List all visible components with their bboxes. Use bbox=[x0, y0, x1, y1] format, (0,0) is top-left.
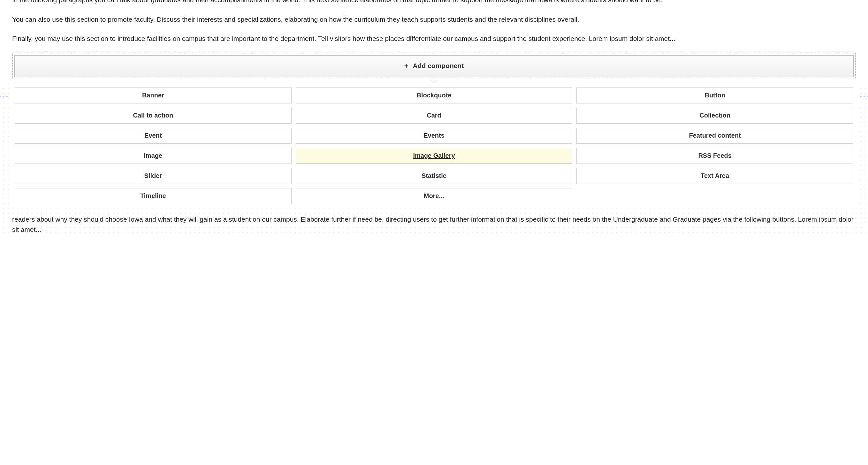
component-option-slider[interactable]: Slider bbox=[15, 168, 291, 184]
component-option-image-gallery[interactable]: Image Gallery bbox=[296, 148, 572, 164]
body-paragraph: readers about why they should choose Iow… bbox=[12, 214, 856, 235]
body-paragraph: You can also use this section to promote… bbox=[12, 14, 856, 25]
component-option-label: Button bbox=[705, 90, 725, 100]
component-option-label: More... bbox=[424, 191, 444, 201]
component-option-label: Events bbox=[424, 131, 444, 141]
component-option-call-to-action[interactable]: Call to action bbox=[15, 107, 291, 124]
component-option-text-area[interactable]: Text Area bbox=[577, 168, 853, 184]
component-option-blockquote[interactable]: Blockquote bbox=[296, 88, 572, 103]
component-option-label: Banner bbox=[142, 90, 164, 100]
body-paragraph: Finally, you may use this section to int… bbox=[12, 34, 856, 44]
body-paragraph: In the following paragraphs you can talk… bbox=[12, 0, 856, 5]
component-option-timeline[interactable]: Timeline bbox=[15, 188, 291, 204]
component-option-image[interactable]: Image bbox=[15, 148, 291, 164]
component-option-label: Featured content bbox=[689, 131, 741, 141]
component-option-card[interactable]: Card bbox=[296, 107, 572, 124]
component-option-rss-feeds[interactable]: RSS Feeds bbox=[577, 148, 853, 164]
component-option-label: Blockquote bbox=[417, 90, 452, 100]
add-component-label: Add component bbox=[413, 61, 464, 71]
component-option-events[interactable]: Events bbox=[296, 128, 572, 144]
component-option-featured-content[interactable]: Featured content bbox=[577, 128, 853, 144]
component-option-label: Slider bbox=[144, 171, 162, 181]
plus-icon: + bbox=[404, 61, 408, 71]
component-option-label: Call to action bbox=[133, 111, 174, 120]
add-component-button[interactable]: + Add component bbox=[14, 55, 854, 77]
component-option-label: Event bbox=[144, 131, 162, 141]
component-option-button[interactable]: Button bbox=[577, 88, 853, 103]
component-option-label: Statistic bbox=[422, 171, 446, 181]
component-picker-panel: BannerBlockquoteButtonCall to actionCard… bbox=[12, 85, 856, 209]
component-option-collection[interactable]: Collection bbox=[577, 107, 853, 124]
component-option-statistic[interactable]: Statistic bbox=[296, 168, 572, 184]
component-dropzone: + Add component bbox=[12, 53, 856, 79]
component-option-label: RSS Feeds bbox=[698, 151, 731, 161]
component-option-label: Image bbox=[144, 151, 162, 161]
component-option-label: Timeline bbox=[140, 191, 166, 201]
dropdown-arrow-icon bbox=[431, 80, 437, 83]
component-option-label: Card bbox=[427, 111, 441, 120]
component-option-label: Image Gallery bbox=[413, 151, 455, 161]
component-option-label: Collection bbox=[700, 111, 731, 120]
component-option-event[interactable]: Event bbox=[15, 128, 291, 144]
component-option-label: Text Area bbox=[701, 171, 729, 181]
component-option-banner[interactable]: Banner bbox=[15, 88, 291, 103]
component-option-more[interactable]: More... bbox=[296, 188, 572, 204]
